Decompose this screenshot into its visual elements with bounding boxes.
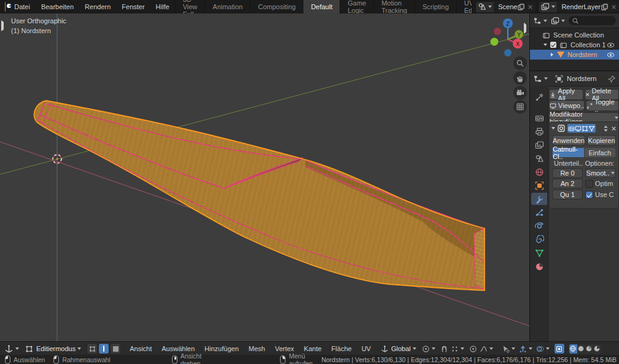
- toolbar-expand-icon[interactable]: [1, 22, 4, 29]
- panel-collapse-icon[interactable]: [551, 127, 555, 130]
- pan-button[interactable]: [513, 71, 527, 85]
- menu-kante[interactable]: Kante: [299, 345, 327, 352]
- tab-object-data[interactable]: [531, 247, 547, 259]
- menu-fenster[interactable]: Fenster: [116, 3, 150, 10]
- render-toggle-icon[interactable]: [568, 125, 575, 132]
- eye-icon[interactable]: [607, 41, 615, 49]
- cage-toggle-icon[interactable]: [588, 125, 595, 132]
- scene-browse-button[interactable]: [476, 2, 494, 12]
- eye-icon[interactable]: [607, 51, 615, 59]
- menu-hilfe[interactable]: Hilfe: [150, 3, 175, 10]
- scene-unlink-icon[interactable]: [528, 4, 533, 10]
- tab-tool[interactable]: [531, 91, 547, 103]
- outliner-row-nordstern[interactable]: Nordstern: [530, 50, 619, 60]
- viewport-3d[interactable]: User Orthographic (1) Nordstern Z Y X: [0, 14, 529, 341]
- ortho-toggle-button[interactable]: [513, 100, 527, 114]
- zoom-button[interactable]: [513, 56, 527, 70]
- subdivision-type-catmull-button[interactable]: Catmull-Cl..: [553, 148, 584, 157]
- pivot-point-dropdown[interactable]: [422, 345, 435, 353]
- use-creases-checkbox[interactable]: [586, 192, 593, 198]
- menu-ansicht[interactable]: Ansicht: [125, 345, 157, 352]
- subdivision-type-simple-button[interactable]: Einfach: [585, 148, 616, 157]
- shading-wireframe-button[interactable]: [569, 344, 577, 354]
- xray-toggle-button[interactable]: [555, 344, 564, 354]
- scene-name-field[interactable]: Scene: [494, 2, 535, 12]
- shading-rendered-button[interactable]: [593, 344, 601, 354]
- tab-view-layer[interactable]: [531, 139, 547, 151]
- apply-all-button[interactable]: Apply All: [550, 90, 583, 99]
- face-select-button[interactable]: [111, 344, 120, 354]
- transform-orientation-dropdown[interactable]: Global: [381, 345, 416, 353]
- outliner-row-scene-collection[interactable]: Scene Collection: [530, 30, 619, 40]
- uv-smooth-dropdown[interactable]: Smoot..: [586, 169, 615, 177]
- tab-physics[interactable]: [531, 220, 547, 232]
- modifier-apply-button[interactable]: Anwenden: [553, 136, 585, 145]
- snap-magnet-icon[interactable]: [440, 345, 448, 353]
- workspace-tab-game-logic[interactable]: Game Logic: [340, 0, 373, 14]
- workspace-tab-3d-view-full[interactable]: 3D View Full: [175, 0, 205, 14]
- add-modifier-dropdown[interactable]: Modifikator hinzufügen: [550, 113, 618, 123]
- modifier-copy-button[interactable]: Kopieren: [588, 136, 615, 145]
- expand-arrow-icon[interactable]: [551, 53, 553, 56]
- object-visibility-dropdown[interactable]: [502, 345, 515, 353]
- outliner-search-input[interactable]: [569, 16, 616, 25]
- shading-solid-button[interactable]: [577, 344, 585, 354]
- menu-flaeche[interactable]: Fläche: [327, 345, 357, 352]
- menu-bearbeiten[interactable]: Bearbeiten: [36, 3, 79, 10]
- tab-scene[interactable]: [531, 152, 547, 165]
- viewport-levels-field[interactable]: An 2: [553, 179, 582, 188]
- outliner-row-collection-1[interactable]: Collection 1: [530, 40, 619, 50]
- toggle-button[interactable]: Toggle ..: [586, 101, 618, 110]
- workspace-tab-motion-tracking[interactable]: Motion Tracking: [373, 0, 415, 14]
- render-layer-field[interactable]: RenderLayer: [557, 2, 619, 12]
- tab-constraints[interactable]: [531, 233, 547, 246]
- falloff-dropdown[interactable]: [480, 345, 493, 353]
- outliner-display-mode-button[interactable]: [551, 17, 565, 25]
- workspace-tab-animation[interactable]: Animation: [204, 0, 250, 14]
- pin-icon[interactable]: [608, 75, 616, 83]
- workspace-tab-scripting[interactable]: Scripting: [415, 0, 456, 14]
- tab-render[interactable]: [531, 112, 547, 124]
- menu-datei[interactable]: Datei: [9, 3, 36, 10]
- remove-modifier-icon[interactable]: [611, 126, 617, 131]
- shading-material-button[interactable]: [585, 344, 593, 354]
- navigation-gizmo[interactable]: Z Y X: [488, 16, 528, 60]
- modifier-display-toggles[interactable]: [567, 124, 596, 133]
- menu-rendern[interactable]: Rendern: [79, 3, 116, 10]
- edge-select-button[interactable]: [99, 344, 109, 354]
- tab-object[interactable]: [531, 179, 547, 192]
- tab-particles[interactable]: [531, 206, 547, 219]
- editmode-toggle-icon[interactable]: [582, 125, 588, 132]
- workspace-tab-uv-edit[interactable]: UV Edit: [456, 0, 472, 14]
- snap-settings-dropdown[interactable]: [451, 345, 464, 353]
- outliner-editor-type-button[interactable]: [533, 17, 547, 25]
- properties-editor-type-button[interactable]: [533, 74, 548, 83]
- mode-selector[interactable]: Editiermodus: [25, 345, 81, 353]
- tab-output[interactable]: [531, 125, 547, 137]
- collection-checkbox[interactable]: [550, 42, 556, 48]
- show-gizmo-dropdown[interactable]: [519, 345, 532, 353]
- scene-copy-icon[interactable]: [517, 3, 525, 11]
- menu-vertex[interactable]: Vertex: [270, 345, 299, 352]
- workspace-tab-compositing[interactable]: Compositing: [250, 0, 303, 14]
- expand-arrow-icon[interactable]: [543, 44, 547, 46]
- render-layer-copy-icon[interactable]: [601, 3, 609, 11]
- quality-field[interactable]: Qu 1: [553, 190, 582, 199]
- proportional-edit-icon[interactable]: [469, 345, 477, 353]
- menu-hinzufuegen[interactable]: Hinzufügen: [200, 345, 244, 352]
- workspace-tab-default[interactable]: Default: [303, 0, 340, 14]
- vertex-select-button[interactable]: [87, 344, 97, 354]
- camera-view-button[interactable]: [513, 86, 527, 99]
- viewport-editor-type-button[interactable]: [4, 344, 19, 354]
- show-overlays-dropdown[interactable]: [536, 345, 550, 353]
- menu-uv[interactable]: UV: [357, 345, 376, 352]
- menu-mesh[interactable]: Mesh: [244, 345, 270, 352]
- render-layer-unlink-icon[interactable]: [611, 4, 617, 10]
- realtime-toggle-icon[interactable]: [575, 125, 582, 132]
- render-levels-field[interactable]: Re 0: [553, 169, 582, 177]
- tab-world[interactable]: [531, 166, 547, 178]
- render-layer-browse-button[interactable]: [539, 2, 557, 12]
- tab-material[interactable]: [531, 260, 547, 273]
- viewport-display-button[interactable]: Viewpo..: [550, 101, 584, 110]
- reorder-modifier-icon[interactable]: [603, 125, 609, 133]
